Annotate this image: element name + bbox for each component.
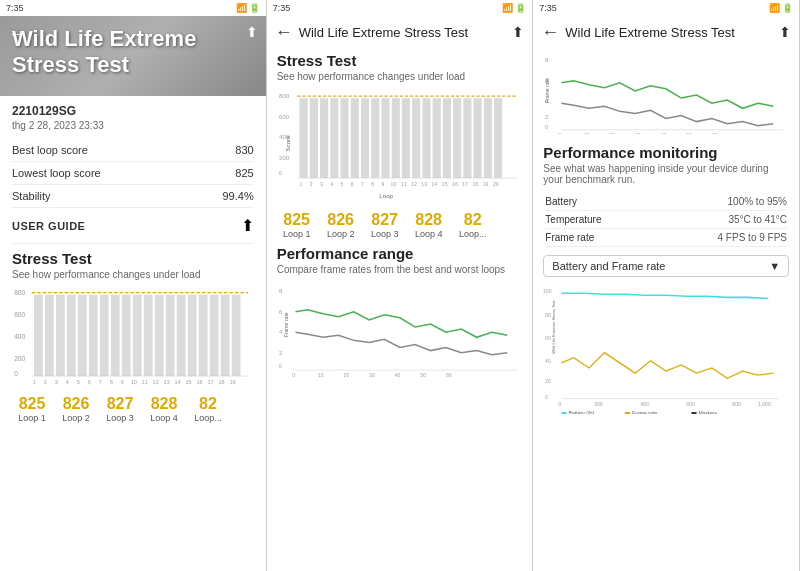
svg-rect-12 — [89, 295, 98, 376]
status-bar-1: 7:35 📶 🔋 — [0, 0, 266, 16]
share-button-2[interactable]: ⬆ — [512, 24, 524, 40]
top-nav-2: ← Wild Life Extreme Stress Test ⬆ — [267, 16, 533, 48]
svg-rect-11 — [78, 295, 87, 376]
svg-text:0: 0 — [545, 124, 548, 130]
svg-rect-71 — [473, 98, 481, 178]
stat-lowest-loop: Lowest loop score 825 — [12, 162, 254, 185]
stress-chart-2: 800 600 400 200 0 Score — [277, 88, 523, 205]
svg-text:7: 7 — [99, 379, 102, 385]
svg-text:30: 30 — [369, 372, 375, 378]
svg-text:17: 17 — [208, 379, 214, 385]
svg-text:19: 19 — [482, 181, 488, 187]
back-button-2[interactable]: ← — [275, 22, 293, 43]
battery-framerate-dropdown[interactable]: Battery and Frame rate ▼ — [543, 255, 789, 277]
svg-rect-147 — [562, 412, 567, 414]
svg-text:6: 6 — [350, 181, 353, 187]
loop-score2-1: 825 Loop 1 — [277, 211, 317, 239]
line-chart-svg-2: 8 6 4 2 0 0 10 20 30 40 50 60 Lo — [277, 281, 523, 383]
share-button-hero[interactable]: ⬆ — [246, 24, 258, 40]
svg-text:Battery (%): Battery (%) — [569, 410, 595, 414]
svg-text:9: 9 — [381, 181, 384, 187]
svg-rect-72 — [483, 98, 491, 178]
share-button-3[interactable]: ⬆ — [779, 24, 791, 40]
svg-text:1: 1 — [299, 181, 302, 187]
svg-rect-9 — [56, 295, 65, 376]
svg-text:2: 2 — [279, 348, 283, 355]
svg-text:400: 400 — [14, 333, 25, 340]
back-button-1[interactable]: ← — [8, 24, 26, 45]
svg-text:10: 10 — [131, 379, 137, 385]
svg-rect-23 — [210, 295, 219, 376]
svg-text:Frame rate: Frame rate — [632, 410, 657, 414]
perf-range-sub: Compare frame rates from the best and wo… — [277, 264, 523, 275]
svg-text:80: 80 — [545, 312, 551, 318]
panel1-content: 2210129SG thg 2 28, 2023 23:33 Best loop… — [0, 96, 266, 571]
svg-rect-25 — [232, 295, 241, 376]
svg-text:Score: Score — [284, 135, 291, 152]
line-chart-2: 8 6 4 2 0 0 10 20 30 40 50 60 Lo — [277, 281, 523, 387]
svg-text:200: 200 — [279, 154, 290, 161]
svg-text:2: 2 — [44, 379, 47, 385]
svg-rect-65 — [412, 98, 420, 178]
svg-text:0: 0 — [14, 370, 18, 377]
svg-rect-73 — [494, 98, 502, 178]
time-3: 7:35 — [539, 3, 557, 13]
svg-rect-67 — [432, 98, 440, 178]
panel-1: 7:35 📶 🔋 ← ⬆ Wild Life ExtremeStress Tes… — [0, 0, 267, 571]
test-date: thg 2 28, 2023 23:33 — [12, 120, 254, 131]
user-guide-row[interactable]: USER GUIDE ⬆ — [12, 208, 254, 244]
svg-text:600: 600 — [14, 311, 25, 318]
svg-text:17: 17 — [462, 181, 468, 187]
svg-text:Loop 9: Loop 9 — [305, 382, 321, 383]
svg-rect-68 — [442, 98, 450, 178]
svg-rect-19 — [166, 295, 175, 376]
status-icons-1: 📶 🔋 — [236, 3, 260, 13]
svg-rect-70 — [463, 98, 471, 178]
combo-chart-svg-3: 100 80 60 40 20 0 0 200 400 600 800 1,00… — [543, 281, 789, 414]
svg-text:10: 10 — [584, 132, 590, 134]
back-button-3[interactable]: ← — [541, 22, 559, 43]
svg-text:13: 13 — [421, 181, 427, 187]
loop-score2-2: 826 Loop 2 — [321, 211, 361, 239]
metric-battery: Battery 100% to 95% — [545, 193, 787, 211]
share-icon-guide[interactable]: ⬆ — [241, 216, 254, 235]
panel-3: 7:35 📶 🔋 ← Wild Life Extreme Stress Test… — [533, 0, 800, 571]
hero-section: ← ⬆ Wild Life ExtremeStress Test — [0, 16, 266, 96]
stat-best-loop: Best loop score 830 — [12, 139, 254, 162]
svg-rect-61 — [371, 98, 379, 178]
svg-text:0: 0 — [545, 394, 548, 400]
svg-text:2: 2 — [309, 181, 312, 187]
stress-test-title-1: Stress Test — [12, 250, 254, 267]
svg-text:5: 5 — [77, 379, 80, 385]
svg-text:11: 11 — [142, 379, 148, 385]
svg-text:800: 800 — [279, 92, 290, 99]
mini-line-svg-3: 8 6 4 2 0 0 10 20 30 40 50 60 Loop 9 Loo… — [543, 52, 789, 134]
svg-text:1,000: 1,000 — [758, 401, 771, 407]
stat-stability: Stability 99.4% — [12, 185, 254, 208]
svg-rect-10 — [67, 295, 76, 376]
svg-rect-58 — [340, 98, 348, 178]
svg-text:6: 6 — [88, 379, 91, 385]
device-id: 2210129SG — [12, 104, 254, 118]
svg-text:18: 18 — [472, 181, 478, 187]
svg-text:18: 18 — [219, 379, 225, 385]
combo-chart-3: 100 80 60 40 20 0 0 200 400 600 800 1,00… — [543, 281, 789, 418]
svg-text:14: 14 — [431, 181, 437, 187]
svg-text:8: 8 — [545, 56, 549, 63]
svg-rect-59 — [350, 98, 358, 178]
loop-score-item-1: 825 Loop 1 — [12, 395, 52, 423]
loop-scores-2: 825 Loop 1 826 Loop 2 827 Loop 3 828 Loo… — [277, 205, 523, 239]
svg-rect-66 — [422, 98, 430, 178]
svg-rect-54 — [299, 98, 307, 178]
svg-text:Wild Life Extreme Stress Test: Wild Life Extreme Stress Test — [552, 300, 557, 354]
svg-text:Frame rate: Frame rate — [544, 78, 550, 103]
svg-text:11: 11 — [401, 181, 407, 187]
svg-rect-8 — [45, 295, 54, 376]
svg-text:0: 0 — [559, 401, 562, 407]
svg-rect-63 — [391, 98, 399, 178]
svg-text:10: 10 — [318, 372, 324, 378]
svg-text:30: 30 — [635, 132, 641, 134]
svg-text:0: 0 — [279, 170, 282, 176]
bar-chart-svg-1: 800 600 400 200 0 — [12, 286, 254, 385]
svg-text:50: 50 — [420, 372, 426, 378]
